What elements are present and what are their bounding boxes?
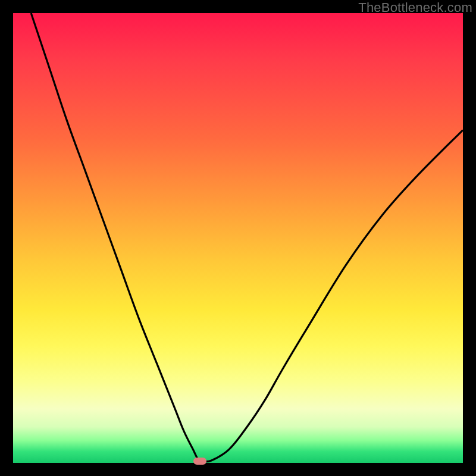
optimal-point-marker <box>193 458 206 465</box>
bottleneck-curve <box>13 13 463 463</box>
chart-frame <box>13 13 463 463</box>
curve-path <box>31 13 463 462</box>
